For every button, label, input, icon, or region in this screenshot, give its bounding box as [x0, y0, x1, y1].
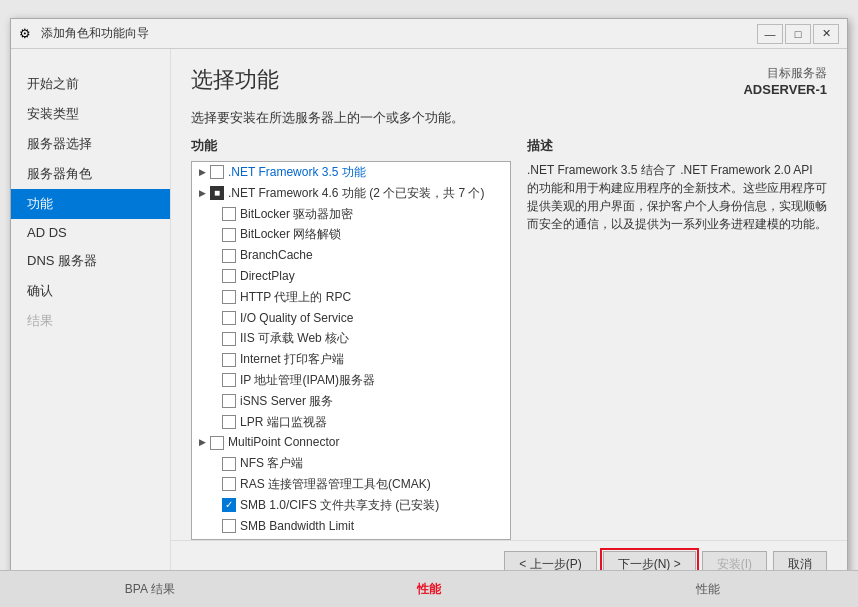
feature-label: iSNS Server 服务 [240, 393, 333, 410]
expand-icon[interactable]: ▶ [196, 187, 208, 199]
feature-label: SMB 1.0/CIFS 文件共享支持 (已安装) [240, 497, 439, 514]
feature-checkbox[interactable] [222, 519, 236, 533]
feature-checkbox[interactable] [222, 457, 236, 471]
features-column-header: 功能 [191, 137, 511, 155]
feature-checkbox[interactable] [222, 353, 236, 367]
sidebar-item-server-select[interactable]: 服务器选择 [11, 129, 170, 159]
taskbar-col-3: 性能 [569, 581, 848, 598]
feature-label: IP 地址管理(IPAM)服务器 [240, 372, 375, 389]
target-name: ADSERVER-1 [743, 82, 827, 97]
list-item[interactable]: ▶ BranchCache [192, 245, 510, 266]
feature-label: LPR 端口监视器 [240, 414, 327, 431]
taskbar-col-2: 性能 [289, 581, 568, 598]
list-item[interactable]: ▶ BitLocker 驱动器加密 [192, 204, 510, 225]
feature-checkbox[interactable] [222, 249, 236, 263]
content-area: 开始之前 安装类型 服务器选择 服务器角色 功能 AD DS DNS 服务器 确… [11, 49, 847, 587]
target-server-info: 目标服务器 ADSERVER-1 [743, 65, 827, 97]
sidebar-item-before-start[interactable]: 开始之前 [11, 69, 170, 99]
page-title: 选择功能 [191, 65, 279, 95]
list-item[interactable]: ▶ SMB Bandwidth Limit [192, 516, 510, 537]
panel-header: 选择功能 目标服务器 ADSERVER-1 [171, 49, 847, 105]
feature-label: HTTP 代理上的 RPC [240, 289, 351, 306]
feature-checkbox[interactable] [222, 415, 236, 429]
feature-label: BitLocker 驱动器加密 [240, 206, 353, 223]
taskbar-col-1: BPA 结果 [10, 581, 289, 598]
description-column-header: 描述 [527, 137, 827, 155]
features-column: 功能 ▶ .NET Framework 3.5 功能 ▶ ■ .NET F [191, 137, 511, 540]
feature-checkbox[interactable] [222, 332, 236, 346]
feature-checkbox[interactable] [222, 477, 236, 491]
list-item[interactable]: ▶ ✓ SMB 1.0/CIFS 文件共享支持 (已安装) [192, 495, 510, 516]
sidebar-item-install-type[interactable]: 安装类型 [11, 99, 170, 129]
sidebar-item-ad-ds[interactable]: AD DS [11, 219, 170, 246]
main-panel: 选择功能 目标服务器 ADSERVER-1 选择要安装在所选服务器上的一个或多个… [171, 49, 847, 587]
feature-label: IIS 可承载 Web 核心 [240, 330, 349, 347]
maximize-button[interactable]: □ [785, 24, 811, 44]
feature-checkbox[interactable] [222, 290, 236, 304]
list-item[interactable]: ▶ Internet 打印客户端 [192, 349, 510, 370]
title-bar: ⚙ 添加角色和功能向导 — □ ✕ [11, 19, 847, 49]
window-icon: ⚙ [19, 26, 35, 42]
feature-checkbox[interactable] [222, 207, 236, 221]
taskbar-strip: BPA 结果 性能 性能 [0, 570, 858, 607]
sidebar-item-result: 结果 [11, 306, 170, 336]
list-item[interactable]: ▶ HTTP 代理上的 RPC [192, 287, 510, 308]
minimize-button[interactable]: — [757, 24, 783, 44]
feature-label: I/O Quality of Service [240, 310, 353, 327]
feature-checkbox[interactable] [210, 165, 224, 179]
feature-checkbox[interactable]: ■ [210, 186, 224, 200]
feature-label: BitLocker 网络解锁 [240, 226, 341, 243]
expand-icon[interactable]: ▶ [196, 166, 208, 178]
feature-label: DirectPlay [240, 268, 295, 285]
sidebar-item-server-roles[interactable]: 服务器角色 [11, 159, 170, 189]
feature-label: BranchCache [240, 247, 313, 264]
list-item[interactable]: ▶ .NET Framework 3.5 功能 [192, 162, 510, 183]
sidebar: 开始之前 安装类型 服务器选择 服务器角色 功能 AD DS DNS 服务器 确… [11, 49, 171, 587]
list-item[interactable]: ▶ BitLocker 网络解锁 [192, 224, 510, 245]
list-item[interactable]: ▶ IP 地址管理(IPAM)服务器 [192, 370, 510, 391]
sidebar-item-dns[interactable]: DNS 服务器 [11, 246, 170, 276]
feature-label: NFS 客户端 [240, 455, 303, 472]
feature-checkbox[interactable] [222, 394, 236, 408]
list-item[interactable]: ▶ IIS 可承载 Web 核心 [192, 328, 510, 349]
feature-checkbox[interactable] [222, 228, 236, 242]
list-item[interactable]: ▶ MultiPoint Connector [192, 432, 510, 453]
sidebar-item-confirm[interactable]: 确认 [11, 276, 170, 306]
list-item[interactable]: ▶ I/O Quality of Service [192, 308, 510, 329]
feature-label: RAS 连接管理器管理工具包(CMAK) [240, 476, 431, 493]
feature-checkbox[interactable] [210, 436, 224, 450]
feature-label: .NET Framework 3.5 功能 [228, 164, 366, 181]
features-list[interactable]: ▶ .NET Framework 3.5 功能 ▶ ■ .NET Framewo… [191, 161, 511, 540]
feature-checkbox[interactable] [222, 311, 236, 325]
two-column-layout: 功能 ▶ .NET Framework 3.5 功能 ▶ ■ .NET F [171, 137, 847, 540]
description-column: 描述 .NET Framework 3.5 结合了 .NET Framework… [527, 137, 827, 540]
feature-checkbox[interactable] [222, 269, 236, 283]
description-text: .NET Framework 3.5 结合了 .NET Framework 2.… [527, 161, 827, 233]
target-label: 目标服务器 [743, 65, 827, 82]
feature-checkbox[interactable] [222, 373, 236, 387]
dialog-window: ⚙ 添加角色和功能向导 — □ ✕ 开始之前 安装类型 服务器选择 服务器角色 … [10, 18, 848, 588]
list-item[interactable]: ▶ LPR 端口监视器 [192, 412, 510, 433]
list-item[interactable]: ▶ RAS 连接管理器管理工具包(CMAK) [192, 474, 510, 495]
feature-label: .NET Framework 4.6 功能 (2 个已安装，共 7 个) [228, 185, 484, 202]
window-title: 添加角色和功能向导 [41, 25, 149, 42]
feature-checkbox[interactable]: ✓ [222, 498, 236, 512]
list-item[interactable]: ▶ iSNS Server 服务 [192, 391, 510, 412]
close-button[interactable]: ✕ [813, 24, 839, 44]
list-item[interactable]: ▶ ■ .NET Framework 4.6 功能 (2 个已安装，共 7 个) [192, 183, 510, 204]
feature-label: Internet 打印客户端 [240, 351, 344, 368]
list-item[interactable]: ▶ NFS 客户端 [192, 453, 510, 474]
list-item[interactable]: ▶ DirectPlay [192, 266, 510, 287]
expand-icon[interactable]: ▶ [196, 437, 208, 449]
panel-description: 选择要安装在所选服务器上的一个或多个功能。 [171, 105, 847, 137]
feature-label: MultiPoint Connector [228, 434, 339, 451]
sidebar-item-features[interactable]: 功能 [11, 189, 170, 219]
feature-label: SMB Bandwidth Limit [240, 518, 354, 535]
